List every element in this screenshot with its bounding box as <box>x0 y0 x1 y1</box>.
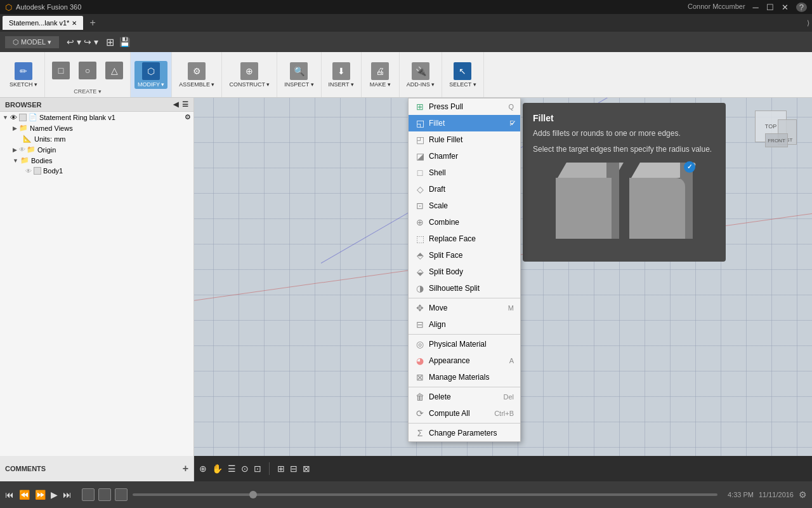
new-tab-button[interactable]: + <box>84 17 100 29</box>
tab-close-button[interactable]: ✕ <box>72 20 77 27</box>
menu-item-split-face[interactable]: ⬘ Split Face <box>409 247 520 264</box>
menu-item-split-body[interactable]: ⬙ Split Body <box>409 264 520 280</box>
shell-icon: □ <box>415 168 425 178</box>
pan-button[interactable]: ✋ <box>212 464 223 474</box>
menu-item-change-parameters[interactable]: Σ Change Parameters <box>409 425 520 441</box>
settings-icon: ⚙ <box>185 113 191 121</box>
expand-arrow-icon: ▼ <box>3 114 8 121</box>
menu-separator-4 <box>409 423 520 424</box>
minimize-button[interactable]: ─ <box>753 3 759 12</box>
menu-item-compute-all[interactable]: ⟳ Compute All Ctrl+B <box>409 405 520 422</box>
ribbon-group-make: 🖨 MAKE ▾ <box>362 52 400 97</box>
browser-item-bodies[interactable]: ▼ 📁 Bodies <box>0 155 193 166</box>
sketch-button[interactable]: ✏ SKETCH ▾ <box>6 61 41 89</box>
restore-button[interactable]: ☐ <box>766 3 774 12</box>
zoom-button[interactable]: ⊙ <box>241 464 249 474</box>
menu-item-fillet[interactable]: ◱ Fillet F ✓ <box>409 115 520 131</box>
model-button[interactable]: ⬡ MODEL ▾ <box>5 36 59 48</box>
menu-item-replace-face[interactable]: ⬚ Replace Face <box>409 231 520 247</box>
addins-button[interactable]: 🔌 ADD-INS ▾ <box>403 61 438 89</box>
menu-item-align[interactable]: ⊟ Align <box>409 316 520 333</box>
fillet-preview: ✓ <box>533 163 716 251</box>
menu-item-manage-materials[interactable]: ⊠ Manage Materials <box>409 369 520 385</box>
menu-item-delete[interactable]: 🗑 Delete Del <box>409 389 520 405</box>
browser-menu-button[interactable]: ☰ <box>182 100 188 109</box>
redo-button[interactable]: ↪ <box>84 37 91 47</box>
timeline-frame-3[interactable] <box>115 488 128 501</box>
browser-item-root[interactable]: ▼ 👁 📄 Statement Ring blank v1 ⚙ <box>0 112 193 123</box>
browser-item-origin[interactable]: ▶ 👁 📁 Origin <box>0 144 193 155</box>
grid-view-button[interactable]: ⊞ <box>106 36 114 48</box>
playback-settings-button[interactable]: ⚙ <box>799 490 807 500</box>
menu-item-silhouette-split[interactable]: ◑ Silhouette Split <box>409 280 520 297</box>
playback-play-button[interactable]: ▶ <box>51 490 58 500</box>
undo-arrow-icon: ▾ <box>77 37 81 47</box>
create-icon-2: ○ <box>79 62 96 79</box>
expand-button[interactable]: ⟩ <box>807 18 809 27</box>
construct-button[interactable]: ⊕ CONSTRUCT ▾ <box>226 61 273 89</box>
viewcube-front-face[interactable]: FRONT <box>765 133 788 147</box>
split-body-icon: ⬙ <box>415 267 425 277</box>
title-bar: ⬡ Autodesk Fusion 360 Connor Mccumber ─ … <box>0 0 812 14</box>
browser-collapse-button[interactable]: ◀ <box>173 100 178 109</box>
create-btn-1[interactable]: □ <box>49 60 73 82</box>
close-button[interactable]: ✕ <box>782 3 789 12</box>
ribbon-groups: ✏ SKETCH ▾ □ ○ △ CREATE ▾ ⬡ MODIFY ▾ <box>0 52 812 98</box>
menu-item-chamfer[interactable]: ◪ Chamfer <box>409 148 520 164</box>
menu-item-physical-material[interactable]: ◎ Physical Material <box>409 336 520 352</box>
before-cube-front <box>556 178 612 239</box>
display-mode-button[interactable]: ⊞ <box>277 464 285 474</box>
redo-arrow-icon: ▾ <box>94 37 98 47</box>
ribbon-group-sketch: ✏ SKETCH ▾ <box>3 52 45 97</box>
playback-first-button[interactable]: ⏮ <box>5 490 14 500</box>
view-options-button[interactable]: ⊠ <box>303 464 310 474</box>
menu-item-rule-fillet[interactable]: ◰ Rule Fillet <box>409 131 520 148</box>
select-button[interactable]: ↖ SELECT ▾ <box>446 61 479 89</box>
fit-to-screen-button[interactable]: ⊕ <box>199 464 207 474</box>
body-visibility-toggle[interactable] <box>34 167 41 175</box>
modify-main-button[interactable]: ⬡ MODIFY ▾ <box>134 61 167 89</box>
tab-bar: Statemen...lank v1* ✕ + ⟩ <box>0 14 812 32</box>
save-button[interactable]: 💾 <box>119 37 130 47</box>
menu-item-shell[interactable]: □ Shell <box>409 164 520 181</box>
visibility-toggle[interactable] <box>19 114 27 121</box>
create-btn-3[interactable]: △ <box>102 60 126 82</box>
select-icon: ↖ <box>454 62 471 80</box>
inspect-button[interactable]: 🔍 INSPECT ▾ <box>281 61 317 89</box>
playback-prev-button[interactable]: ⏪ <box>19 490 30 500</box>
menu-item-draft[interactable]: ◇ Draft <box>409 181 520 197</box>
timeline-frame-1[interactable] <box>82 488 95 501</box>
menu-item-move[interactable]: ✥ Move M <box>409 300 520 316</box>
make-button[interactable]: 🖨 MAKE ▾ <box>367 61 394 89</box>
timeline-frame-2[interactable] <box>98 488 111 501</box>
menu-item-scale[interactable]: ⊡ Scale <box>409 197 520 214</box>
grid-button[interactable]: ⊟ <box>290 464 298 474</box>
view-cube[interactable]: TOP LIST FRONT <box>749 104 799 155</box>
menu-item-combine[interactable]: ⊕ Combine <box>409 214 520 231</box>
help-button[interactable]: ? <box>796 3 807 12</box>
playback-next-button[interactable]: ⏩ <box>35 490 46 500</box>
orbit-button[interactable]: ☰ <box>228 464 236 474</box>
zoom-fit-button[interactable]: ⊡ <box>254 464 261 474</box>
menu-item-appearance[interactable]: ◕ Appearance A <box>409 352 520 369</box>
undo-button[interactable]: ↩ <box>67 37 74 47</box>
playback-last-button[interactable]: ⏭ <box>63 490 72 500</box>
assemble-button[interactable]: ⚙ ASSEMBLE ▾ <box>176 61 218 89</box>
split-face-icon: ⬘ <box>415 250 425 260</box>
create-btn-2[interactable]: ○ <box>75 60 100 82</box>
chamfer-label: Chamfer <box>429 152 514 161</box>
comments-add-button[interactable]: + <box>183 463 188 474</box>
origin-label: Origin <box>37 146 56 154</box>
menu-item-press-pull[interactable]: ⊞ Press Pull Q <box>409 98 520 115</box>
units-icon: 📐 <box>23 135 32 143</box>
ribbon-group-inspect: 🔍 INSPECT ▾ <box>277 52 321 97</box>
browser-item-named-views[interactable]: ▶ 📁 Named Views <box>0 123 193 133</box>
viewport[interactable]: ⊞ Press Pull Q ◱ Fillet F ✓ ◰ Rule Fille… <box>194 98 812 456</box>
browser-item-body1[interactable]: 👁 Body1 <box>0 166 193 176</box>
timeline-track[interactable] <box>133 493 717 496</box>
fillet-tooltip-instruction: Select the target edges then specify the… <box>533 144 716 155</box>
fillet-tooltip-panel: Fillet Adds fillets or rounds to one or … <box>523 103 726 262</box>
tab-document[interactable]: Statemen...lank v1* ✕ <box>3 16 83 30</box>
insert-button[interactable]: ⬇ INSERT ▾ <box>325 61 357 89</box>
timeline-thumb[interactable] <box>249 491 257 498</box>
